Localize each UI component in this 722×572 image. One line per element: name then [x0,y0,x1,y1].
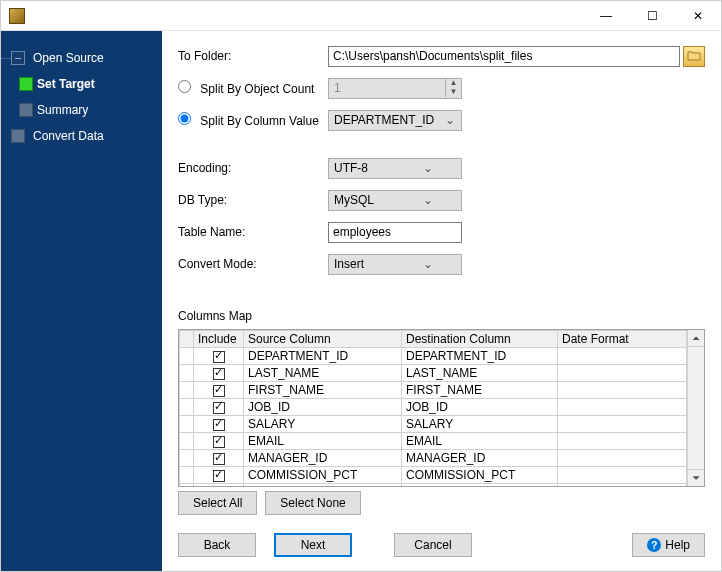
row-handle[interactable] [180,382,194,399]
include-cell[interactable] [194,348,244,365]
select-value: DEPARTMENT_ID [329,113,439,127]
include-cell[interactable] [194,433,244,450]
split-by-count-radio-label[interactable]: Split By Object Count [178,80,328,96]
date-format-cell[interactable] [558,365,687,382]
checkbox-icon[interactable] [213,402,225,414]
checkbox-icon[interactable] [213,453,225,465]
include-cell[interactable] [194,484,244,487]
select-all-button[interactable]: Select All [178,491,257,515]
checkbox-icon[interactable] [213,368,225,380]
include-cell[interactable] [194,467,244,484]
date-format-header[interactable]: Date Format [558,331,687,348]
convert-mode-select[interactable]: Insert ⌄ [328,254,462,275]
sidebar-item-open-source[interactable]: Open Source [1,45,162,71]
checkbox-icon[interactable] [213,419,225,431]
destination-column-cell[interactable]: MANAGER_ID [402,450,558,467]
table-row[interactable]: JOB_IDJOB_ID [180,399,687,416]
date-format-cell[interactable] [558,382,687,399]
date-format-cell[interactable] [558,450,687,467]
next-button[interactable]: Next [274,533,352,557]
help-button[interactable]: ? Help [632,533,705,557]
date-format-cell[interactable] [558,467,687,484]
object-count-spinner[interactable]: 1 ▲ ▼ [328,78,462,99]
source-column-header[interactable]: Source Column [244,331,402,348]
table-row[interactable]: PHONE_NUMBERPHONE_NUMBER [180,484,687,487]
table-name-input[interactable] [328,222,462,243]
minimize-button[interactable]: — [583,1,629,31]
table-row[interactable]: EMAILEMAIL [180,433,687,450]
source-column-cell[interactable]: SALARY [244,416,402,433]
scroll-up-icon[interactable]: ⏶ [688,330,704,347]
grid-scrollbar[interactable]: ⏶ ⏷ [687,330,704,486]
destination-column-cell[interactable]: JOB_ID [402,399,558,416]
table-row[interactable]: COMMISSION_PCTCOMMISSION_PCT [180,467,687,484]
split-column-select[interactable]: DEPARTMENT_ID ⌄ [328,110,462,131]
source-column-cell[interactable]: PHONE_NUMBER [244,484,402,487]
include-cell[interactable] [194,365,244,382]
split-by-column-radio[interactable] [178,112,191,125]
destination-column-cell[interactable]: LAST_NAME [402,365,558,382]
spinner-down-icon[interactable]: ▼ [446,88,461,97]
row-handle[interactable] [180,348,194,365]
split-by-column-radio-label[interactable]: Split By Column Value [178,112,328,128]
table-row[interactable]: FIRST_NAMEFIRST_NAME [180,382,687,399]
row-handle[interactable] [180,416,194,433]
sidebar-item-set-target[interactable]: Set Target [1,71,162,97]
row-handle[interactable] [180,484,194,487]
cancel-button[interactable]: Cancel [394,533,472,557]
checkbox-icon[interactable] [213,385,225,397]
source-column-cell[interactable]: DEPARTMENT_ID [244,348,402,365]
destination-column-cell[interactable]: EMAIL [402,433,558,450]
destination-column-cell[interactable]: FIRST_NAME [402,382,558,399]
sidebar-item-label: Summary [37,103,88,117]
split-by-count-radio[interactable] [178,80,191,93]
date-format-cell[interactable] [558,416,687,433]
sidebar-item-summary[interactable]: Summary [1,97,162,123]
checkbox-icon[interactable] [213,470,225,482]
include-cell[interactable] [194,450,244,467]
row-handle[interactable] [180,467,194,484]
row-handle[interactable] [180,399,194,416]
checkbox-icon[interactable] [213,351,225,363]
source-column-cell[interactable]: LAST_NAME [244,365,402,382]
dbtype-select[interactable]: MySQL ⌄ [328,190,462,211]
browse-folder-button[interactable] [683,46,705,67]
table-row[interactable]: MANAGER_IDMANAGER_ID [180,450,687,467]
back-button[interactable]: Back [178,533,256,557]
row-handle[interactable] [180,433,194,450]
date-format-cell[interactable] [558,399,687,416]
to-folder-input[interactable] [328,46,680,67]
source-column-cell[interactable]: FIRST_NAME [244,382,402,399]
table-row[interactable]: SALARYSALARY [180,416,687,433]
scroll-down-icon[interactable]: ⏷ [688,469,704,486]
sidebar-item-convert-data[interactable]: Convert Data [1,123,162,149]
destination-column-cell[interactable]: DEPARTMENT_ID [402,348,558,365]
source-column-cell[interactable]: COMMISSION_PCT [244,467,402,484]
source-column-cell[interactable]: MANAGER_ID [244,450,402,467]
include-cell[interactable] [194,399,244,416]
date-format-cell[interactable] [558,484,687,487]
select-none-button[interactable]: Select None [265,491,360,515]
destination-column-cell[interactable]: PHONE_NUMBER [402,484,558,487]
row-handle[interactable] [180,365,194,382]
include-cell[interactable] [194,382,244,399]
destination-column-header[interactable]: Destination Column [402,331,558,348]
table-row[interactable]: LAST_NAMELAST_NAME [180,365,687,382]
app-icon [9,8,25,24]
maximize-button[interactable]: ☐ [629,1,675,31]
destination-column-cell[interactable]: SALARY [402,416,558,433]
date-format-cell[interactable] [558,433,687,450]
source-column-cell[interactable]: JOB_ID [244,399,402,416]
destination-column-cell[interactable]: COMMISSION_PCT [402,467,558,484]
source-column-cell[interactable]: EMAIL [244,433,402,450]
select-value: MySQL [329,193,395,207]
encoding-select[interactable]: UTF-8 ⌄ [328,158,462,179]
include-header[interactable]: Include [194,331,244,348]
columns-map-title: Columns Map [178,309,705,323]
row-handle[interactable] [180,450,194,467]
table-row[interactable]: DEPARTMENT_IDDEPARTMENT_ID [180,348,687,365]
checkbox-icon[interactable] [213,436,225,448]
include-cell[interactable] [194,416,244,433]
close-button[interactable]: ✕ [675,1,721,31]
date-format-cell[interactable] [558,348,687,365]
